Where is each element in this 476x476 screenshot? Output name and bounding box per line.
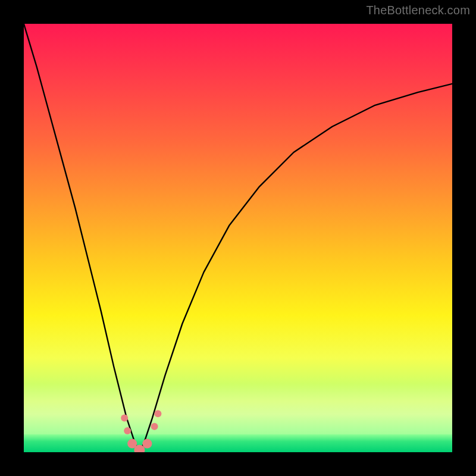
curve-markers	[24, 24, 452, 452]
marker-dot	[151, 423, 158, 430]
chart-frame: TheBottleneck.com	[0, 0, 476, 476]
marker-dot	[121, 414, 128, 421]
marker-dot	[142, 439, 152, 449]
watermark-text: TheBottleneck.com	[366, 4, 470, 17]
plot-area	[24, 24, 452, 452]
marker-dot	[124, 427, 131, 434]
marker-dot	[154, 410, 161, 417]
